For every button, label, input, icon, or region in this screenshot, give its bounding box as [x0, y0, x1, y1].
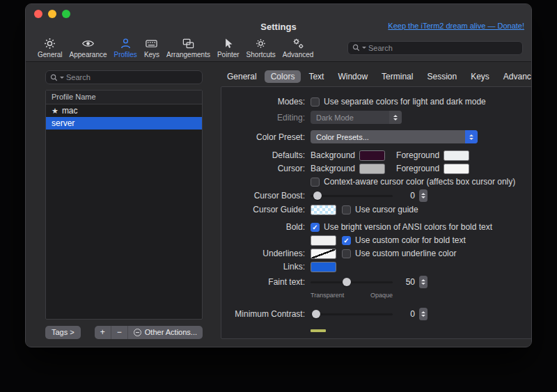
dropdown-chevrons-icon	[389, 111, 402, 124]
links-row: Links:	[227, 261, 532, 272]
remove-profile-button[interactable]: −	[111, 326, 128, 339]
underlines-label: Underlines:	[227, 249, 305, 258]
context-aware-cursor-checkbox[interactable]	[311, 178, 320, 187]
add-profile-button[interactable]: +	[95, 326, 111, 339]
bold-custom-color-row: Use custom color for bold text	[227, 235, 532, 246]
faint-text-stepper[interactable]	[419, 276, 427, 288]
cursor-foreground-color-well[interactable]	[444, 164, 469, 174]
donate-link[interactable]: Keep the iTerm2 dream alive — Donate!	[388, 22, 524, 30]
tab-keys[interactable]: Keys	[464, 70, 496, 83]
tab-advanced[interactable]: Advanced	[497, 70, 532, 83]
toolbar-item-profiles[interactable]: Profiles	[111, 37, 141, 58]
profile-row-server[interactable]: server	[46, 117, 202, 130]
toolbar-item-arrangements[interactable]: Arrangements	[163, 37, 214, 58]
editing-mode-dropdown[interactable]: Dark Mode	[311, 111, 402, 124]
partial-next-row	[227, 324, 532, 335]
slider-knob[interactable]	[343, 278, 351, 286]
stepper-up-icon[interactable]	[421, 311, 425, 313]
cursor-arrow-icon	[221, 37, 235, 50]
toolbar-item-shortcuts[interactable]: Shortcuts	[243, 37, 279, 58]
transparent-label: Transparent	[311, 292, 344, 299]
separate-colors-checkbox[interactable]	[311, 97, 320, 107]
context-aware-cursor-label: Context-aware cursor color (affects box …	[324, 177, 515, 187]
tab-terminal[interactable]: Terminal	[375, 70, 419, 83]
slider-track[interactable]	[311, 195, 393, 197]
search-icon	[352, 44, 360, 52]
profile-list-header: Profile Name	[46, 91, 202, 104]
faint-text-slider[interactable]	[311, 277, 393, 287]
links-label: Links:	[227, 262, 305, 272]
bold-custom-color-checkbox[interactable]	[342, 236, 351, 245]
title-row: Settings Keep the iTerm2 dream alive — D…	[26, 19, 531, 33]
eye-icon	[81, 37, 95, 50]
toolbar-search-field[interactable]	[347, 41, 523, 55]
slider-knob[interactable]	[312, 310, 320, 318]
default-profile-star-icon: ★	[52, 104, 58, 117]
minimum-contrast-value[interactable]: 0	[400, 309, 415, 319]
tab-session[interactable]: Session	[421, 70, 463, 83]
toolbar: General Appearance Profiles Keys	[26, 33, 531, 62]
minimum-contrast-stepper[interactable]	[419, 308, 427, 320]
background-label: Background	[311, 150, 355, 160]
slider-knob[interactable]	[313, 191, 322, 200]
toolbar-item-general[interactable]: General	[34, 37, 66, 58]
toolbar-search-input[interactable]	[368, 44, 518, 52]
profile-search-field[interactable]	[45, 70, 203, 84]
stepper-down-icon[interactable]	[421, 196, 425, 198]
other-actions-button[interactable]: Other Actions...	[128, 326, 203, 339]
zoom-window-button[interactable]	[62, 10, 70, 18]
color-preset-label: Color Preset:	[227, 132, 305, 142]
tags-button[interactable]: Tags >	[45, 326, 81, 339]
color-preset-value: Color Presets...	[316, 133, 369, 141]
faint-text-scale-row: Transparent Opaque	[227, 290, 532, 301]
cursor-row: Cursor: Background Foreground	[227, 163, 532, 174]
minimum-contrast-slider[interactable]	[311, 309, 393, 319]
defaults-label: Defaults:	[227, 150, 305, 160]
cursor-boost-value[interactable]: 0	[400, 191, 415, 201]
minimum-contrast-label: Minimum Contrast:	[227, 309, 305, 319]
faint-text-value[interactable]: 50	[400, 277, 415, 287]
bold-custom-color-well[interactable]	[311, 235, 336, 246]
cursor-background-color-well[interactable]	[359, 164, 385, 174]
links-color-well[interactable]	[311, 262, 336, 272]
tab-general[interactable]: General	[221, 70, 263, 83]
default-foreground-color-well[interactable]	[444, 150, 469, 161]
minimize-window-button[interactable]	[48, 10, 56, 18]
toolbar-item-label: Appearance	[70, 51, 107, 58]
bold-bright-ansi-checkbox[interactable]	[311, 223, 320, 232]
custom-underline-color-checkbox[interactable]	[342, 249, 351, 258]
cursor-boost-slider[interactable]	[311, 191, 393, 201]
toolbar-item-label: Profiles	[114, 51, 137, 58]
other-actions-label: Other Actions...	[145, 328, 197, 336]
toolbar-item-advanced[interactable]: Advanced	[279, 37, 317, 58]
dropdown-chevrons-icon	[465, 130, 478, 143]
slider-track[interactable]	[311, 281, 393, 283]
cursor-boost-stepper[interactable]	[419, 189, 427, 202]
underline-color-well[interactable]	[311, 249, 336, 259]
cursor-guide-label: Cursor Guide:	[227, 205, 305, 214]
use-cursor-guide-checkbox[interactable]	[342, 205, 351, 214]
toolbar-item-keys[interactable]: Keys	[141, 37, 163, 58]
window-chrome: Settings Keep the iTerm2 dream alive — D…	[26, 4, 531, 62]
stepper-up-icon[interactable]	[421, 279, 425, 281]
colors-panel: Modes: Use separate colors for light and…	[221, 86, 532, 339]
tab-window[interactable]: Window	[331, 70, 374, 83]
stepper-down-icon[interactable]	[421, 283, 425, 285]
profile-detail-area: General Colors Text Window Terminal Sess…	[211, 62, 532, 346]
tab-text[interactable]: Text	[302, 70, 330, 83]
default-background-color-well[interactable]	[359, 150, 385, 161]
profile-search-input[interactable]	[66, 73, 198, 81]
slider-track[interactable]	[311, 313, 393, 315]
toolbar-item-appearance[interactable]: Appearance	[66, 37, 111, 58]
stepper-down-icon[interactable]	[421, 315, 425, 317]
tab-colors[interactable]: Colors	[265, 70, 301, 83]
close-window-button[interactable]	[34, 10, 42, 18]
profiles-sidebar: Profile Name ★ mac server Tags > + − Oth…	[26, 62, 211, 346]
stepper-up-icon[interactable]	[421, 193, 425, 195]
cursor-guide-row: Cursor Guide: Use cursor guide	[227, 204, 532, 215]
profile-row-mac[interactable]: ★ mac	[46, 104, 202, 117]
cursor-guide-color-well[interactable]	[311, 205, 336, 215]
color-preset-dropdown[interactable]: Color Presets...	[311, 130, 478, 143]
sidebar-footer: Tags > + − Other Actions...	[45, 325, 203, 339]
toolbar-item-pointer[interactable]: Pointer	[214, 37, 243, 58]
